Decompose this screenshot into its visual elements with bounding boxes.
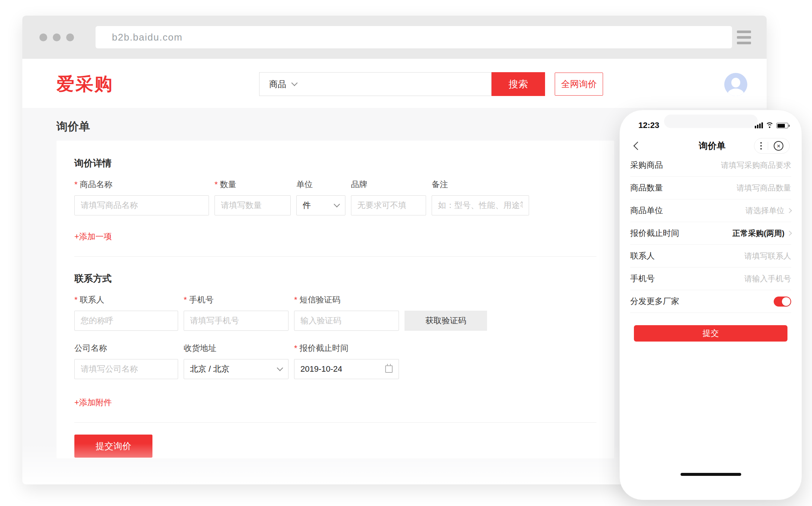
unit-value: 件 xyxy=(303,200,311,211)
row-contact[interactable]: 联系人 请填写联系人 xyxy=(630,245,791,268)
chevron-right-icon xyxy=(787,208,792,213)
window-control-dot[interactable] xyxy=(66,33,74,41)
product-name-label: 商品名称 xyxy=(80,179,113,190)
mobile-input[interactable] xyxy=(184,311,289,331)
calendar-icon xyxy=(385,365,393,373)
search-bar: 商品 搜索 全网询价 xyxy=(259,72,603,96)
add-item-link[interactable]: +添加一项 xyxy=(74,231,112,242)
section-divider xyxy=(74,256,596,257)
row-deadline[interactable]: 报价截止时间 正常采购(两周) xyxy=(630,222,791,245)
avatar-person-icon xyxy=(731,78,740,87)
window-control-dot[interactable] xyxy=(53,33,61,41)
phone-submit-button[interactable]: 提交 xyxy=(634,325,787,342)
address-value: 北京 / 北京 xyxy=(190,364,229,375)
chevron-down-icon xyxy=(291,80,298,86)
address-field: 收货地址 北京 / 北京 xyxy=(184,343,289,379)
company-input[interactable] xyxy=(74,359,178,379)
section-divider xyxy=(74,422,596,423)
window-controls[interactable] xyxy=(39,33,74,41)
contact-field-row-2: 公司名称 收货地址 北京 / 北京 xyxy=(74,343,596,379)
more-icon[interactable] xyxy=(760,142,762,150)
submit-inquiry-button[interactable]: 提交询价 xyxy=(74,435,152,458)
product-name-input[interactable] xyxy=(74,195,209,215)
page-title: 询价单 xyxy=(57,119,90,134)
required-asterisk: * xyxy=(184,295,187,305)
row-quantity[interactable]: 商品数量 请填写商品数量 xyxy=(630,177,791,199)
product-name-field: * 商品名称 xyxy=(74,179,209,215)
unit-select[interactable]: 件 xyxy=(296,195,345,215)
required-asterisk: * xyxy=(74,180,78,189)
status-time: 12:23 xyxy=(638,121,659,130)
chevron-down-icon xyxy=(334,201,340,208)
unit-label: 单位 xyxy=(296,179,313,190)
detail-field-row: * 商品名称 * 数量 单位 xyxy=(74,179,596,215)
phone-mockup: 12:23 询价单 × 采购商品 请填写采 xyxy=(619,110,802,500)
required-asterisk: * xyxy=(215,180,218,189)
mobile-label: 手机号 xyxy=(189,294,214,305)
sms-code-input[interactable] xyxy=(294,311,399,331)
wifi-icon xyxy=(766,122,774,128)
row-purchase-item[interactable]: 采购商品 请填写采购商品要求 xyxy=(630,154,791,177)
contact-section-title: 联系方式 xyxy=(74,272,596,285)
close-icon[interactable]: × xyxy=(774,141,783,151)
deadline-value: 2019-10-24 xyxy=(300,364,342,374)
row-distribute: 分发更多厂家 xyxy=(630,290,791,313)
company-label: 公司名称 xyxy=(74,343,107,354)
signal-icon xyxy=(755,122,763,128)
home-indicator[interactable] xyxy=(680,473,741,476)
row-placeholder: 请填写商品数量 xyxy=(737,183,791,193)
distribute-toggle[interactable] xyxy=(774,297,791,307)
search-category-select[interactable]: 商品 xyxy=(259,72,492,96)
window-control-dot[interactable] xyxy=(39,33,47,41)
quantity-label: 数量 xyxy=(220,179,236,190)
screenshot-stage: b2b.baidu.com 爱采购 商品 搜索 全网询价 询价单 询价详情 xyxy=(0,0,812,506)
row-placeholder: 请选择单位 xyxy=(745,205,784,216)
menu-icon[interactable] xyxy=(737,31,751,44)
remark-field: 备注 xyxy=(432,179,529,215)
get-code-button[interactable]: 获取验证码 xyxy=(405,311,487,331)
address-label: 收货地址 xyxy=(184,343,216,354)
quantity-field: * 数量 xyxy=(215,179,291,215)
brand-input[interactable] xyxy=(351,195,426,215)
battery-icon xyxy=(776,123,788,128)
row-placeholder: 请填写联系人 xyxy=(744,251,791,261)
contact-name-label: 联系人 xyxy=(80,294,104,305)
miniprogram-capsule: × xyxy=(754,138,790,154)
row-value: 正常采购(两周) xyxy=(732,228,784,238)
phone-form-list: 采购商品 请填写采购商品要求 商品数量 请填写商品数量 商品单位 请选择单位 报… xyxy=(630,154,791,313)
required-asterisk: * xyxy=(74,295,78,305)
address-bar[interactable]: b2b.baidu.com xyxy=(96,26,732,48)
brand-label: 品牌 xyxy=(351,179,367,190)
company-field: 公司名称 xyxy=(74,343,178,379)
search-category-label: 商品 xyxy=(269,79,286,90)
contact-field-row-1: * 联系人 * 手机号 * xyxy=(74,294,596,331)
mobile-field: * 手机号 xyxy=(184,294,289,331)
user-avatar[interactable] xyxy=(724,73,747,96)
brand-field: 品牌 xyxy=(351,179,426,215)
row-placeholder: 请填写采购商品要求 xyxy=(721,160,791,170)
required-asterisk: * xyxy=(294,343,297,353)
chevron-down-icon xyxy=(277,365,283,371)
deadline-label: 报价截止时间 xyxy=(300,343,349,354)
chevron-right-icon xyxy=(787,231,792,236)
deadline-date-picker[interactable]: 2019-10-24 xyxy=(294,359,399,379)
sms-code-label: 短信验证码 xyxy=(300,294,341,305)
site-header: 爱采购 商品 搜索 全网询价 xyxy=(22,59,767,108)
all-net-inquiry-button[interactable]: 全网询价 xyxy=(555,73,603,96)
sms-code-field: * 短信验证码 xyxy=(294,294,399,331)
site-logo[interactable]: 爱采购 xyxy=(57,72,113,96)
browser-chrome: b2b.baidu.com xyxy=(22,16,767,59)
address-select[interactable]: 北京 / 北京 xyxy=(184,359,289,379)
remark-input[interactable] xyxy=(432,195,529,215)
search-button[interactable]: 搜索 xyxy=(492,72,545,96)
required-asterisk: * xyxy=(294,295,297,305)
row-unit[interactable]: 商品单位 请选择单位 xyxy=(630,199,791,222)
phone-status-bar: 12:23 xyxy=(638,121,788,130)
quantity-input[interactable] xyxy=(215,195,291,215)
add-attachment-link[interactable]: +添加附件 xyxy=(74,397,112,408)
row-placeholder: 请输入手机号 xyxy=(744,273,791,284)
remark-label: 备注 xyxy=(432,179,448,190)
row-mobile[interactable]: 手机号 请输入手机号 xyxy=(630,268,791,290)
contact-name-input[interactable] xyxy=(74,311,178,331)
deadline-field: * 报价截止时间 2019-10-24 xyxy=(294,343,399,379)
